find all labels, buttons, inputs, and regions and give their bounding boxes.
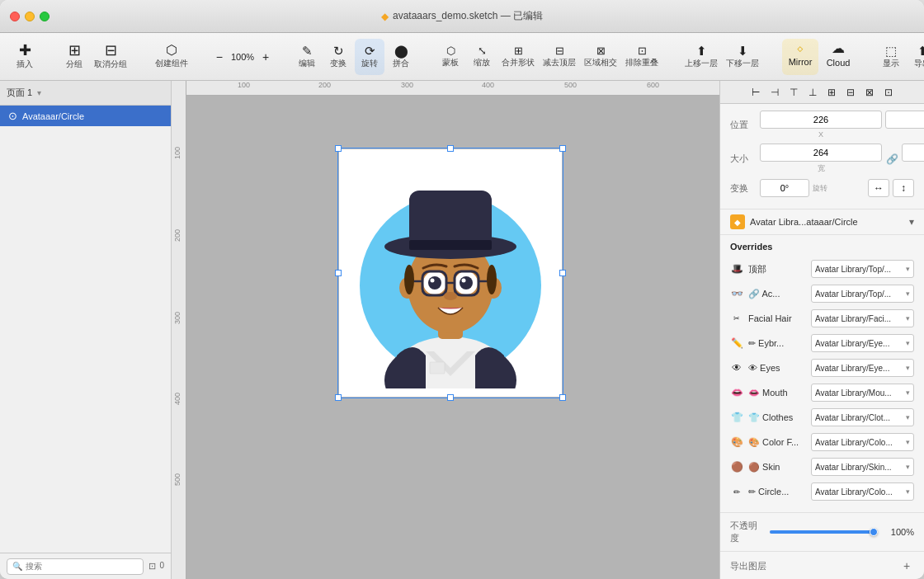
search-input[interactable] <box>26 562 138 571</box>
override-select-skin[interactable]: Avatar Library/Skin... ▾ <box>811 458 914 476</box>
symbol-name: Avatar Libra...ataaar/Circle <box>750 217 904 227</box>
override-select-colorf[interactable]: Avatar Library/Colo... ▾ <box>811 433 914 451</box>
export-icon: ⬆ <box>917 45 925 57</box>
symbol-row: ◆ Avatar Libra...ataaar/Circle ▾ <box>720 209 924 235</box>
distribute-v-button[interactable]: ⊡ <box>880 84 897 101</box>
mirror-button[interactable]: ⬦ Mirror <box>782 39 818 75</box>
override-row-clothes: 👕 👕 Clothes Avatar Library/Clot... ▾ <box>730 407 914 428</box>
canvas-area[interactable]: 100 200 300 400 500 600 100 200 300 400 … <box>172 81 719 579</box>
align-top-button[interactable]: ⊥ <box>804 84 821 101</box>
flip-h-button[interactable]: ↔ <box>868 179 889 197</box>
y-input[interactable] <box>885 111 924 129</box>
layer-item-avataaar[interactable]: ⊙ Avataaar/Circle <box>0 106 171 126</box>
override-icon-top: 🎩 <box>730 262 743 275</box>
position-inputs: X Y <box>760 111 924 139</box>
symbol-badge: ◆ <box>730 214 745 229</box>
override-select-mouth[interactable]: Avatar Library/Mou... ▾ <box>811 384 914 402</box>
rotation-input[interactable] <box>760 179 809 197</box>
override-select-top[interactable]: Avatar Library/Top/... ▾ <box>811 260 914 278</box>
subtract-button[interactable]: ⊟ 减去顶层 <box>540 39 579 75</box>
export-toolbar-button[interactable]: ⬆ 导出 <box>908 39 924 75</box>
width-input[interactable] <box>760 144 882 162</box>
svg-point-19 <box>462 279 466 283</box>
rotate-button[interactable]: ⟳ 旋转 <box>355 39 384 75</box>
align-center-v-button[interactable]: ⊞ <box>823 84 840 101</box>
rotation-input-group: 旋转 <box>760 179 865 197</box>
override-label-clothes: 👕 Clothes <box>748 412 806 423</box>
layer-mode-icon[interactable]: ⊡ <box>148 561 156 572</box>
ruler-mark-300: 300 <box>401 81 413 89</box>
override-select-eyes[interactable]: Avatar Library/Eye... ▾ <box>811 359 914 377</box>
svg-point-20 <box>444 292 457 300</box>
override-row-eyebrow: ✏️ ✏ Eybr... Avatar Library/Eye... ▾ <box>730 332 914 354</box>
transform-button[interactable]: ↻ 变换 <box>323 39 353 75</box>
create-symbol-button[interactable]: ⬡ 创建组件 <box>150 39 193 75</box>
opacity-slider-container[interactable] <box>770 525 878 539</box>
intersect-button[interactable]: ⊠ 区域相交 <box>581 39 620 75</box>
mask-icon: ⬡ <box>446 45 455 56</box>
ruler-mark-v-200: 200 <box>173 229 182 242</box>
flip-v-button[interactable]: ↕ <box>893 179 914 197</box>
override-row-colorf: 🎨 🎨 Color F... Avatar Library/Colo... ▾ <box>730 431 914 453</box>
display-button[interactable]: ⬚ 显示 <box>876 39 906 75</box>
mask-button[interactable]: ⬡ 蒙板 <box>436 39 465 75</box>
override-select-circle[interactable]: Avatar Library/Colo... ▾ <box>811 482 914 501</box>
align-left-button[interactable]: ⊢ <box>747 84 764 101</box>
overrides-section: Overrides 🎩 顶部 Avatar Library/Top/... ▾ … <box>720 235 924 512</box>
override-select-ac[interactable]: Avatar Library/Top/... ▾ <box>811 285 914 303</box>
move-down-icon: ⬇ <box>738 45 748 57</box>
height-input[interactable] <box>902 144 924 162</box>
edit-button[interactable]: ✎ 编辑 <box>292 39 322 75</box>
ruler-mark-v-100: 100 <box>173 147 182 159</box>
align-center-h-button[interactable]: ⊣ <box>766 84 783 101</box>
sidebar: 页面 1 ▾ ⊙ Avataaar/Circle 🔍 ⊡ 0 <box>0 81 172 579</box>
zoom-out-button[interactable]: − <box>214 49 225 65</box>
search-box[interactable]: 🔍 <box>7 558 144 575</box>
move-up-icon: ⬆ <box>696 45 707 57</box>
maximize-button[interactable] <box>40 12 50 21</box>
insert-button[interactable]: ✚ 插入 <box>10 39 40 75</box>
ruler-vertical: 100 200 300 400 500 <box>172 81 186 579</box>
align-bottom-button[interactable]: ⊟ <box>842 84 859 101</box>
exclude-button[interactable]: ⊡ 排除重叠 <box>622 39 662 75</box>
override-arrow-top: ▾ <box>906 265 910 273</box>
minimize-button[interactable] <box>25 12 35 21</box>
override-row-eyes: 👁 👁 Eyes Avatar Library/Eye... ▾ <box>730 357 914 379</box>
opacity-slider-thumb[interactable] <box>870 528 878 536</box>
override-select-eyebrow[interactable]: Avatar Library/Eye... ▾ <box>811 334 914 352</box>
override-icon-mouth: 👄 <box>730 386 743 399</box>
override-row-skin: 🟤 🟤 Skin Avatar Library/Skin... ▾ <box>730 456 914 478</box>
lock-icon[interactable]: 🔗 <box>885 144 898 174</box>
scale-button[interactable]: ⤡ 缩放 <box>467 39 497 75</box>
align-right-button[interactable]: ⊤ <box>785 84 802 101</box>
flatten-button[interactable]: ⊞ 合并形状 <box>498 39 538 75</box>
ruler-horizontal: 100 200 300 400 500 600 <box>172 81 719 96</box>
ungroup-button[interactable]: ⊟ 取消分组 <box>91 39 130 75</box>
zoom-value[interactable]: 100% <box>227 52 258 62</box>
move-up-button[interactable]: ⬆ 上移一层 <box>681 39 721 75</box>
x-input[interactable] <box>760 111 882 129</box>
svg-point-17 <box>460 276 473 290</box>
transform-icon: ↻ <box>333 45 344 57</box>
override-select-clothes[interactable]: Avatar Library/Clot... ▾ <box>811 408 914 426</box>
group-button[interactable]: ⊞ 分组 <box>59 39 89 75</box>
zoom-in-button[interactable]: + <box>260 49 271 65</box>
y-input-group: Y <box>885 111 924 139</box>
move-down-button[interactable]: ⬇ 下移一层 <box>723 39 762 75</box>
cloud-button[interactable]: ☁ Cloud <box>820 39 856 75</box>
svg-rect-23 <box>409 240 492 250</box>
override-arrow-facialhair: ▾ <box>906 314 910 322</box>
close-button[interactable] <box>10 12 20 21</box>
export-add-button[interactable]: + <box>899 558 914 573</box>
position-section: 位置 X Y 大小 <box>720 104 924 209</box>
combine-button[interactable]: ⬤ 拼合 <box>386 39 416 75</box>
override-select-facialhair[interactable]: Avatar Library/Faci... ▾ <box>811 309 914 327</box>
edit-icon: ✎ <box>302 45 313 57</box>
artboard[interactable] <box>339 149 562 397</box>
symbol-dropdown-arrow[interactable]: ▾ <box>909 216 914 228</box>
override-value-ac: Avatar Library/Top/... <box>815 290 891 299</box>
distribute-h-button[interactable]: ⊠ <box>861 84 878 101</box>
app-window: ◆ avataaars_demo.sketch — 已编辑 ✚ 插入 ⊞ 分组 … <box>0 0 924 579</box>
page-dropdown-arrow[interactable]: ▾ <box>37 88 41 97</box>
ruler-mark-v-300: 300 <box>173 312 182 324</box>
